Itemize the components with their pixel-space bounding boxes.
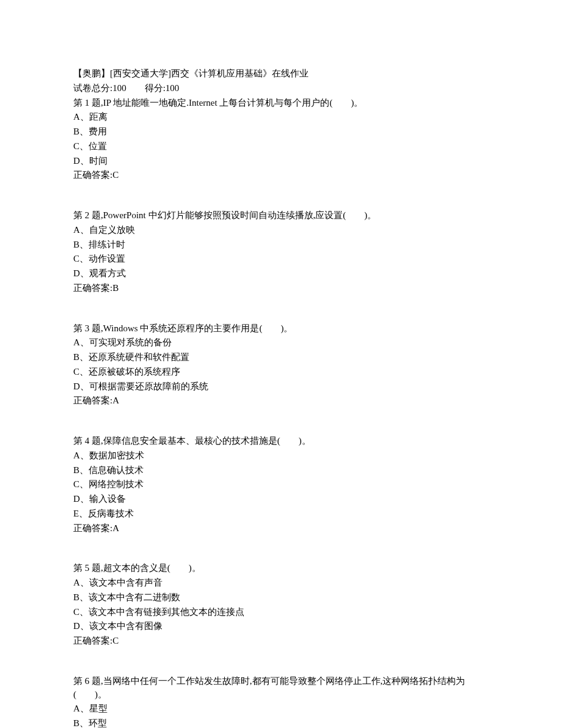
question-option: B、该文本中含有二进制数 <box>73 591 489 605</box>
question-prompt: 第 6 题,当网络中任何一个工作站发生故障时,都有可能导致整个网络停止工作,这种… <box>73 675 489 702</box>
question-block: 第 4 题,保障信息安全最基本、最核心的技术措施是( )。 A、数据加密技术 B… <box>73 435 489 535</box>
question-option: A、可实现对系统的备份 <box>73 336 489 350</box>
question-option: D、时间 <box>73 155 489 168</box>
question-option: D、观看方式 <box>73 267 489 281</box>
question-option: C、该文本中含有链接到其他文本的连接点 <box>73 606 489 619</box>
question-answer: 正确答案:C <box>73 634 489 648</box>
question-option: C、动作设置 <box>73 252 489 266</box>
question-prompt: 第 1 题,IP 地址能唯一地确定.Internet 上每台计算机与每个用户的(… <box>73 97 489 110</box>
question-answer: 正确答案:C <box>73 169 489 182</box>
question-option: B、还原系统硬件和软件配置 <box>73 351 489 364</box>
question-block: 第 1 题,IP 地址能唯一地确定.Internet 上每台计算机与每个用户的(… <box>73 97 489 183</box>
document-title: 【奥鹏】[西安交通大学]西交《计算机应用基础》在线作业 <box>73 67 489 81</box>
score-total: 试卷总分:100 <box>73 83 126 93</box>
question-option: D、该文本中含有图像 <box>73 620 489 633</box>
question-option: A、星型 <box>73 702 489 716</box>
question-option: C、网络控制技术 <box>73 478 489 491</box>
score-line: 试卷总分:100得分:100 <box>73 82 489 95</box>
question-prompt: 第 2 题,PowerPoint 中幻灯片能够按照预设时间自动连续播放,应设置(… <box>73 209 489 222</box>
question-answer: 正确答案:A <box>73 394 489 408</box>
question-block: 第 6 题,当网络中任何一个工作站发生故障时,都有可能导致整个网络停止工作,这种… <box>73 675 489 728</box>
question-option: C、还原被破坏的系统程序 <box>73 366 489 379</box>
question-block: 第 2 题,PowerPoint 中幻灯片能够按照预设时间自动连续播放,应设置(… <box>73 209 489 295</box>
question-answer: 正确答案:A <box>73 522 489 535</box>
question-option: D、输入设备 <box>73 493 489 506</box>
question-option: A、数据加密技术 <box>73 449 489 463</box>
question-prompt: 第 4 题,保障信息安全最基本、最核心的技术措施是( )。 <box>73 435 489 448</box>
question-option: A、该文本中含有声音 <box>73 576 489 590</box>
question-option: A、自定义放映 <box>73 224 489 237</box>
question-option: C、位置 <box>73 140 489 153</box>
score-get: 得分:100 <box>145 83 180 93</box>
question-answer: 正确答案:B <box>73 282 489 295</box>
question-option: E、反病毒技术 <box>73 507 489 521</box>
question-option: B、环型 <box>73 717 489 728</box>
question-block: 第 3 题,Windows 中系统还原程序的主要作用是( )。 A、可实现对系统… <box>73 322 489 408</box>
question-prompt: 第 3 题,Windows 中系统还原程序的主要作用是( )。 <box>73 322 489 336</box>
question-option: D、可根据需要还原故障前的系统 <box>73 380 489 394</box>
question-option: B、信息确认技术 <box>73 464 489 477</box>
question-prompt: 第 5 题,超文本的含义是( )。 <box>73 562 489 575</box>
question-option: A、距离 <box>73 111 489 124</box>
question-block: 第 5 题,超文本的含义是( )。 A、该文本中含有声音 B、该文本中含有二进制… <box>73 562 489 648</box>
question-option: B、费用 <box>73 125 489 139</box>
question-option: B、排练计时 <box>73 238 489 252</box>
